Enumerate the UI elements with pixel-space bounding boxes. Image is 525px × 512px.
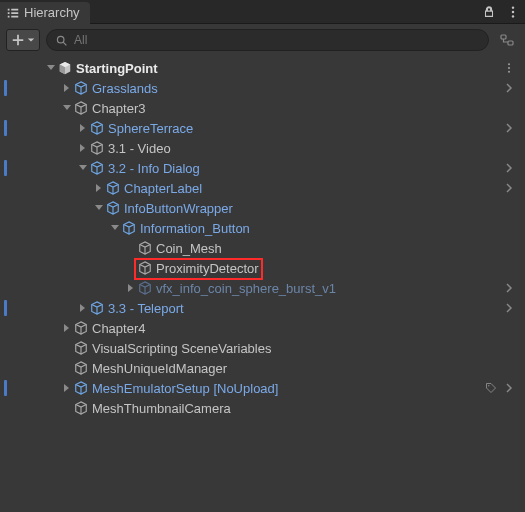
tree-row[interactable]: 3.1 - Video xyxy=(0,138,525,158)
triangle-down-icon[interactable] xyxy=(108,221,122,235)
gameobject-cube-icon xyxy=(74,101,88,115)
prefab-cube-icon xyxy=(90,301,104,315)
toggle-empty xyxy=(60,401,74,415)
prefab-cube-icon xyxy=(90,121,104,135)
chevron-right-icon[interactable] xyxy=(503,382,515,394)
gameobject-cube-icon xyxy=(74,341,88,355)
gameobject-cube-icon xyxy=(74,361,88,375)
tree-row[interactable]: InfoButtonWrapper xyxy=(0,198,525,218)
more-icon[interactable] xyxy=(505,4,521,20)
toggle-empty xyxy=(124,241,138,255)
gameobject-cube-icon xyxy=(74,401,88,415)
chevron-right-icon[interactable] xyxy=(503,302,515,314)
plus-icon xyxy=(11,33,25,47)
tree-row[interactable]: vfx_info_coin_sphere_burst_v1 xyxy=(0,278,525,298)
override-bar xyxy=(4,80,7,96)
tree-row[interactable]: ProximityDetector xyxy=(0,258,525,278)
chevron-right-icon[interactable] xyxy=(503,122,515,134)
tree-row[interactable]: MeshEmulatorSetup [NoUpload] xyxy=(0,378,525,398)
triangle-right-icon[interactable] xyxy=(76,141,90,155)
tree-row[interactable]: StartingPoint xyxy=(0,58,525,78)
tree-row[interactable]: Chapter4 xyxy=(0,318,525,338)
tree-item-label: 3.1 - Video xyxy=(108,141,171,156)
chevron-right-icon[interactable] xyxy=(503,162,515,174)
override-bar xyxy=(4,300,7,316)
chevron-right-icon[interactable] xyxy=(503,282,515,294)
tree-row[interactable]: MeshThumbnailCamera xyxy=(0,398,525,418)
triangle-down-icon[interactable] xyxy=(44,61,58,75)
triangle-right-icon[interactable] xyxy=(76,121,90,135)
tree-item-label: SphereTerrace xyxy=(108,121,193,136)
tree-row[interactable]: 3.3 - Teleport xyxy=(0,298,525,318)
search-field[interactable] xyxy=(46,29,489,51)
triangle-right-icon[interactable] xyxy=(76,301,90,315)
tree-item-label: Grasslands xyxy=(92,81,158,96)
hierarchy-tab[interactable]: Hierarchy xyxy=(0,2,90,24)
kebab-icon[interactable] xyxy=(503,62,515,74)
tree-item-label: Chapter3 xyxy=(92,101,145,116)
tree-item-label: Coin_Mesh xyxy=(156,241,222,256)
prefab-cube-icon xyxy=(74,381,88,395)
tree-item-label: ChapterLabel xyxy=(124,181,202,196)
add-button[interactable] xyxy=(6,29,40,51)
gameobject-cube-icon xyxy=(90,141,104,155)
toolbar xyxy=(0,24,525,56)
prefab-cube-icon xyxy=(138,281,152,295)
search-input[interactable] xyxy=(74,33,480,47)
chevron-right-icon[interactable] xyxy=(503,182,515,194)
prefab-cube-icon xyxy=(74,81,88,95)
lock-icon[interactable] xyxy=(481,4,497,20)
tree-item-label: VisualScripting SceneVariables xyxy=(92,341,271,356)
tree-row[interactable]: VisualScripting SceneVariables xyxy=(0,338,525,358)
tree-item-label: MeshUniqueIdManager xyxy=(92,361,227,376)
tree-row[interactable]: ChapterLabel xyxy=(0,178,525,198)
tree-row[interactable]: Grasslands xyxy=(0,78,525,98)
gameobject-cube-icon xyxy=(74,321,88,335)
prefab-cube-icon xyxy=(106,201,120,215)
tree-row[interactable]: 3.2 - Info Dialog xyxy=(0,158,525,178)
search-icon xyxy=(55,34,68,47)
prefab-cube-icon xyxy=(106,181,120,195)
tree-item-label: MeshEmulatorSetup [NoUpload] xyxy=(92,381,278,396)
triangle-down-icon[interactable] xyxy=(92,201,106,215)
tag-icon xyxy=(485,382,497,394)
override-bar xyxy=(4,380,7,396)
tree-item-label: ProximityDetector xyxy=(156,261,259,276)
tree-item-label: StartingPoint xyxy=(76,61,158,76)
gameobject-cube-icon xyxy=(138,241,152,255)
tree-item-label: vfx_info_coin_sphere_burst_v1 xyxy=(156,281,336,296)
triangle-right-icon[interactable] xyxy=(60,381,74,395)
tree-item-label: Information_Button xyxy=(140,221,250,236)
tree-item-label: InfoButtonWrapper xyxy=(124,201,233,216)
toggle-empty xyxy=(60,361,74,375)
family-icon[interactable] xyxy=(499,32,515,48)
triangle-right-icon[interactable] xyxy=(60,81,74,95)
prefab-cube-icon xyxy=(90,161,104,175)
toggle-empty xyxy=(124,261,138,275)
toggle-empty xyxy=(60,341,74,355)
tree-row[interactable]: SphereTerrace xyxy=(0,118,525,138)
override-bar xyxy=(4,160,7,176)
triangle-down-icon[interactable] xyxy=(76,161,90,175)
override-bar xyxy=(4,120,7,136)
tree-row[interactable]: Information_Button xyxy=(0,218,525,238)
tree-item-label: 3.3 - Teleport xyxy=(108,301,184,316)
tab-bar: Hierarchy xyxy=(0,0,525,24)
hierarchy-tree: StartingPointGrasslandsChapter3SphereTer… xyxy=(0,56,525,420)
prefab-cube-icon xyxy=(122,221,136,235)
tree-row[interactable]: Chapter3 xyxy=(0,98,525,118)
tab-title: Hierarchy xyxy=(24,5,80,20)
tree-item-label: MeshThumbnailCamera xyxy=(92,401,231,416)
triangle-right-icon[interactable] xyxy=(92,181,106,195)
tree-row[interactable]: MeshUniqueIdManager xyxy=(0,358,525,378)
gameobject-cube-icon xyxy=(138,261,152,275)
scene-cube-icon xyxy=(58,61,72,75)
triangle-right-icon[interactable] xyxy=(60,321,74,335)
triangle-down-icon[interactable] xyxy=(60,101,74,115)
chevron-right-icon[interactable] xyxy=(503,82,515,94)
tree-item-label: Chapter4 xyxy=(92,321,145,336)
tree-row[interactable]: Coin_Mesh xyxy=(0,238,525,258)
tree-item-label: 3.2 - Info Dialog xyxy=(108,161,200,176)
list-icon xyxy=(6,6,20,20)
triangle-right-icon[interactable] xyxy=(124,281,138,295)
